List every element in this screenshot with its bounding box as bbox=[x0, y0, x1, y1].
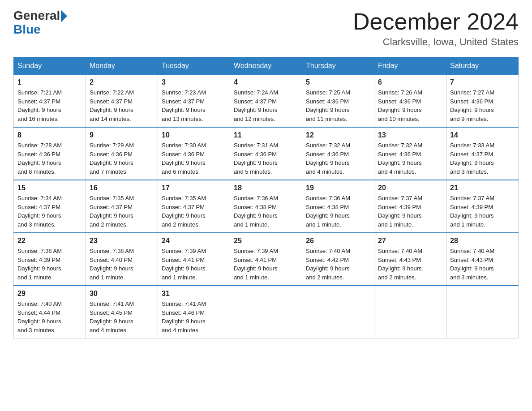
location-text: Clarksville, Iowa, United States bbox=[353, 36, 519, 48]
day-info: Sunrise: 7:37 AMSunset: 4:39 PMDaylight:… bbox=[450, 194, 515, 229]
calendar-cell: 27 Sunrise: 7:40 AMSunset: 4:43 PMDaylig… bbox=[374, 233, 446, 286]
calendar-cell: 17 Sunrise: 7:35 AMSunset: 4:37 PMDaylig… bbox=[158, 180, 230, 233]
day-number: 4 bbox=[234, 78, 298, 86]
calendar-cell: 18 Sunrise: 7:36 AMSunset: 4:38 PMDaylig… bbox=[230, 180, 302, 233]
day-info: Sunrise: 7:30 AMSunset: 4:36 PMDaylight:… bbox=[162, 141, 226, 176]
day-info: Sunrise: 7:23 AMSunset: 4:37 PMDaylight:… bbox=[162, 88, 226, 123]
day-info: Sunrise: 7:37 AMSunset: 4:39 PMDaylight:… bbox=[378, 194, 442, 229]
day-info: Sunrise: 7:29 AMSunset: 4:36 PMDaylight:… bbox=[90, 141, 154, 176]
calendar-cell: 23 Sunrise: 7:38 AMSunset: 4:40 PMDaylig… bbox=[86, 233, 158, 286]
calendar-cell: 28 Sunrise: 7:40 AMSunset: 4:43 PMDaylig… bbox=[446, 233, 519, 286]
calendar-cell: 13 Sunrise: 7:32 AMSunset: 4:36 PMDaylig… bbox=[374, 127, 446, 180]
calendar-table: Sunday Monday Tuesday Wednesday Thursday… bbox=[13, 57, 519, 338]
day-number: 11 bbox=[234, 131, 298, 139]
day-info: Sunrise: 7:39 AMSunset: 4:41 PMDaylight:… bbox=[234, 247, 298, 282]
calendar-row-4: 22 Sunrise: 7:38 AMSunset: 4:39 PMDaylig… bbox=[14, 233, 519, 286]
day-info: Sunrise: 7:40 AMSunset: 4:44 PMDaylight:… bbox=[17, 300, 82, 334]
day-info: Sunrise: 7:32 AMSunset: 4:36 PMDaylight:… bbox=[378, 141, 442, 176]
day-info: Sunrise: 7:34 AMSunset: 4:37 PMDaylight:… bbox=[17, 194, 82, 229]
calendar-cell: 30 Sunrise: 7:41 AMSunset: 4:45 PMDaylig… bbox=[86, 286, 158, 338]
day-number: 13 bbox=[378, 131, 442, 139]
day-number: 1 bbox=[17, 78, 82, 86]
day-number: 28 bbox=[450, 237, 515, 245]
day-info: Sunrise: 7:35 AMSunset: 4:37 PMDaylight:… bbox=[90, 194, 154, 229]
calendar-cell: 14 Sunrise: 7:33 AMSunset: 4:37 PMDaylig… bbox=[446, 127, 519, 180]
col-thursday: Thursday bbox=[302, 57, 374, 75]
day-number: 7 bbox=[450, 78, 515, 86]
day-info: Sunrise: 7:39 AMSunset: 4:41 PMDaylight:… bbox=[162, 247, 226, 282]
calendar-cell: 5 Sunrise: 7:25 AMSunset: 4:36 PMDayligh… bbox=[302, 75, 374, 128]
day-number: 16 bbox=[90, 184, 154, 192]
day-number: 10 bbox=[162, 131, 226, 139]
logo-arrow-icon bbox=[61, 10, 67, 22]
month-title: December 2024 bbox=[353, 9, 519, 34]
calendar-cell: 12 Sunrise: 7:32 AMSunset: 4:36 PMDaylig… bbox=[302, 127, 374, 180]
logo-blue-text: Blue bbox=[13, 23, 67, 36]
calendar-cell: 15 Sunrise: 7:34 AMSunset: 4:37 PMDaylig… bbox=[14, 180, 86, 233]
day-number: 17 bbox=[162, 184, 226, 192]
day-number: 22 bbox=[17, 237, 82, 245]
calendar-cell: 29 Sunrise: 7:40 AMSunset: 4:44 PMDaylig… bbox=[14, 286, 86, 338]
calendar-cell: 8 Sunrise: 7:28 AMSunset: 4:36 PMDayligh… bbox=[14, 127, 86, 180]
title-section: December 2024 Clarksville, Iowa, United … bbox=[353, 9, 519, 48]
day-info: Sunrise: 7:28 AMSunset: 4:36 PMDaylight:… bbox=[17, 141, 82, 176]
day-number: 26 bbox=[306, 237, 370, 245]
day-number: 30 bbox=[90, 290, 154, 298]
col-monday: Monday bbox=[86, 57, 158, 75]
calendar-cell: 19 Sunrise: 7:36 AMSunset: 4:38 PMDaylig… bbox=[302, 180, 374, 233]
day-info: Sunrise: 7:24 AMSunset: 4:37 PMDaylight:… bbox=[234, 88, 298, 123]
calendar-cell: 4 Sunrise: 7:24 AMSunset: 4:37 PMDayligh… bbox=[230, 75, 302, 128]
calendar-cell bbox=[374, 286, 446, 338]
page-header: General Blue December 2024 Clarksville, … bbox=[13, 9, 519, 48]
calendar-cell bbox=[446, 286, 519, 338]
calendar-row-1: 1 Sunrise: 7:21 AMSunset: 4:37 PMDayligh… bbox=[14, 75, 519, 128]
day-info: Sunrise: 7:21 AMSunset: 4:37 PMDaylight:… bbox=[17, 88, 82, 123]
day-info: Sunrise: 7:40 AMSunset: 4:43 PMDaylight:… bbox=[450, 247, 515, 282]
calendar-cell: 2 Sunrise: 7:22 AMSunset: 4:37 PMDayligh… bbox=[86, 75, 158, 128]
day-info: Sunrise: 7:31 AMSunset: 4:36 PMDaylight:… bbox=[234, 141, 298, 176]
day-number: 20 bbox=[378, 184, 442, 192]
day-info: Sunrise: 7:38 AMSunset: 4:40 PMDaylight:… bbox=[90, 247, 154, 282]
day-number: 25 bbox=[234, 237, 298, 245]
day-number: 14 bbox=[450, 131, 515, 139]
day-number: 23 bbox=[90, 237, 154, 245]
calendar-row-3: 15 Sunrise: 7:34 AMSunset: 4:37 PMDaylig… bbox=[14, 180, 519, 233]
day-info: Sunrise: 7:27 AMSunset: 4:36 PMDaylight:… bbox=[450, 88, 515, 123]
calendar-cell: 24 Sunrise: 7:39 AMSunset: 4:41 PMDaylig… bbox=[158, 233, 230, 286]
day-info: Sunrise: 7:26 AMSunset: 4:36 PMDaylight:… bbox=[378, 88, 442, 123]
col-friday: Friday bbox=[374, 57, 446, 75]
calendar-cell: 11 Sunrise: 7:31 AMSunset: 4:36 PMDaylig… bbox=[230, 127, 302, 180]
day-info: Sunrise: 7:32 AMSunset: 4:36 PMDaylight:… bbox=[306, 141, 370, 176]
col-wednesday: Wednesday bbox=[230, 57, 302, 75]
day-number: 9 bbox=[90, 131, 154, 139]
col-tuesday: Tuesday bbox=[158, 57, 230, 75]
calendar-cell: 6 Sunrise: 7:26 AMSunset: 4:36 PMDayligh… bbox=[374, 75, 446, 128]
calendar-cell bbox=[230, 286, 302, 338]
day-info: Sunrise: 7:41 AMSunset: 4:46 PMDaylight:… bbox=[162, 300, 226, 334]
day-number: 29 bbox=[17, 290, 82, 298]
calendar-cell: 1 Sunrise: 7:21 AMSunset: 4:37 PMDayligh… bbox=[14, 75, 86, 128]
calendar-cell: 26 Sunrise: 7:40 AMSunset: 4:42 PMDaylig… bbox=[302, 233, 374, 286]
day-number: 5 bbox=[306, 78, 370, 86]
calendar-cell: 7 Sunrise: 7:27 AMSunset: 4:36 PMDayligh… bbox=[446, 75, 519, 128]
day-info: Sunrise: 7:40 AMSunset: 4:42 PMDaylight:… bbox=[306, 247, 370, 282]
day-info: Sunrise: 7:41 AMSunset: 4:45 PMDaylight:… bbox=[90, 300, 154, 334]
day-number: 31 bbox=[162, 290, 226, 298]
calendar-cell: 16 Sunrise: 7:35 AMSunset: 4:37 PMDaylig… bbox=[86, 180, 158, 233]
day-info: Sunrise: 7:25 AMSunset: 4:36 PMDaylight:… bbox=[306, 88, 370, 123]
calendar-cell: 3 Sunrise: 7:23 AMSunset: 4:37 PMDayligh… bbox=[158, 75, 230, 128]
day-number: 8 bbox=[17, 131, 82, 139]
day-info: Sunrise: 7:22 AMSunset: 4:37 PMDaylight:… bbox=[90, 88, 154, 123]
day-number: 18 bbox=[234, 184, 298, 192]
calendar-cell bbox=[302, 286, 374, 338]
logo-general-text: General bbox=[13, 9, 60, 22]
day-info: Sunrise: 7:35 AMSunset: 4:37 PMDaylight:… bbox=[162, 194, 226, 229]
calendar-cell: 10 Sunrise: 7:30 AMSunset: 4:36 PMDaylig… bbox=[158, 127, 230, 180]
day-number: 19 bbox=[306, 184, 370, 192]
calendar-cell: 25 Sunrise: 7:39 AMSunset: 4:41 PMDaylig… bbox=[230, 233, 302, 286]
day-info: Sunrise: 7:40 AMSunset: 4:43 PMDaylight:… bbox=[378, 247, 442, 282]
day-info: Sunrise: 7:36 AMSunset: 4:38 PMDaylight:… bbox=[306, 194, 370, 229]
day-info: Sunrise: 7:36 AMSunset: 4:38 PMDaylight:… bbox=[234, 194, 298, 229]
calendar-cell: 31 Sunrise: 7:41 AMSunset: 4:46 PMDaylig… bbox=[158, 286, 230, 338]
day-info: Sunrise: 7:33 AMSunset: 4:37 PMDaylight:… bbox=[450, 141, 515, 176]
